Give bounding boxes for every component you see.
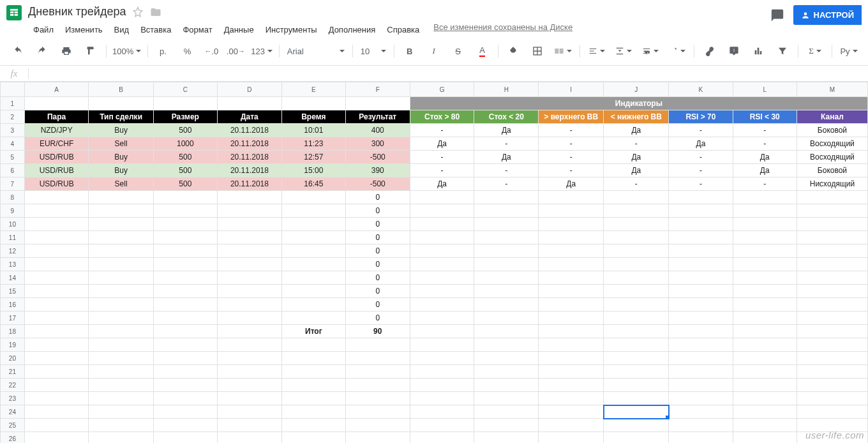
cell-C25[interactable] [153, 419, 217, 432]
cell-K22[interactable] [669, 379, 733, 392]
cell-C19[interactable] [153, 338, 217, 352]
cell-E21[interactable] [281, 365, 345, 379]
cell-F19[interactable] [345, 338, 410, 352]
cell-M20[interactable] [797, 352, 867, 365]
select-all[interactable] [1, 82, 25, 97]
cell-K25[interactable] [669, 419, 733, 432]
cell-D21[interactable] [217, 365, 281, 379]
menu-справка[interactable]: Справка [382, 22, 424, 37]
cell-I20[interactable] [539, 352, 604, 365]
col-A[interactable]: A [24, 82, 89, 97]
comments-icon[interactable] [769, 7, 786, 24]
table-cell[interactable]: NZD/JPY [24, 124, 89, 137]
table-cell[interactable]: Buy [89, 164, 153, 177]
cell-M22[interactable] [797, 379, 867, 392]
cell-C22[interactable] [153, 379, 217, 392]
table-cell[interactable]: -500 [345, 177, 410, 191]
cell-I23[interactable] [539, 392, 604, 405]
formula-input[interactable] [29, 66, 868, 81]
cell-D22[interactable] [217, 379, 281, 392]
cell-J25[interactable] [604, 419, 669, 432]
cell-F22[interactable] [345, 379, 410, 392]
table-cell[interactable]: - [604, 137, 669, 151]
table-cell[interactable]: 10:01 [281, 124, 345, 137]
cell-C24[interactable] [153, 405, 217, 419]
cell-B20[interactable] [89, 352, 153, 365]
row-7[interactable]: 7 [1, 177, 25, 191]
table-cell[interactable]: Да [604, 124, 669, 137]
cell-A19[interactable] [24, 338, 89, 352]
cell-E19[interactable] [281, 338, 345, 352]
cell-G26[interactable] [410, 432, 474, 444]
col-H[interactable]: H [474, 82, 539, 97]
paint-format-button[interactable] [79, 43, 102, 59]
table-cell[interactable]: Да [669, 137, 733, 151]
cell-I22[interactable] [539, 379, 604, 392]
table-cell[interactable]: - [539, 124, 604, 137]
cell-M21[interactable] [797, 365, 867, 379]
cell-K19[interactable] [669, 338, 733, 352]
percent-button[interactable]: % [176, 43, 198, 59]
currency-button[interactable]: р. [151, 43, 174, 59]
table-cell[interactable]: Buy [89, 124, 153, 137]
redo-button[interactable] [31, 43, 54, 59]
col-B[interactable]: B [89, 82, 153, 97]
col-J[interactable]: J [604, 82, 669, 97]
font-select[interactable]: Arial [283, 43, 348, 59]
cell-J23[interactable] [604, 392, 669, 405]
row-11[interactable]: 11 [1, 231, 25, 244]
table-cell[interactable]: 300 [345, 137, 410, 151]
bold-button[interactable]: B [398, 43, 421, 59]
table-cell[interactable]: Sell [89, 137, 153, 151]
table-cell[interactable]: Да [733, 151, 797, 164]
cell-I19[interactable] [539, 338, 604, 352]
row-2[interactable]: 2 [1, 110, 25, 124]
menu-вставка[interactable]: Вставка [135, 22, 176, 37]
row-13[interactable]: 13 [1, 258, 25, 271]
cell-H22[interactable] [474, 379, 539, 392]
table-cell[interactable]: 500 [153, 151, 217, 164]
star-icon[interactable] [132, 6, 144, 18]
col-C[interactable]: C [153, 82, 217, 97]
chart-button[interactable] [747, 43, 770, 59]
row-6[interactable]: 6 [1, 164, 25, 177]
valign-button[interactable] [611, 43, 636, 59]
cell-C26[interactable] [153, 432, 217, 444]
table-cell[interactable]: - [733, 124, 797, 137]
menu-формат[interactable]: Формат [177, 22, 217, 37]
cell-H25[interactable] [474, 419, 539, 432]
cell-E23[interactable] [281, 392, 345, 405]
table-cell[interactable]: 16:45 [281, 177, 345, 191]
table-cell[interactable]: 500 [153, 177, 217, 191]
table-cell[interactable]: - [539, 137, 604, 151]
table-cell[interactable]: Да [733, 164, 797, 177]
cell-F25[interactable] [345, 419, 410, 432]
cell-D25[interactable] [217, 419, 281, 432]
menu-файл[interactable]: Файл [28, 22, 59, 37]
cell-K24[interactable] [669, 405, 733, 419]
zoom-select[interactable]: 100% [110, 43, 144, 59]
cell-D26[interactable] [217, 432, 281, 444]
wrap-button[interactable] [638, 43, 663, 59]
cell-J21[interactable] [604, 365, 669, 379]
table-cell[interactable]: Buy [89, 151, 153, 164]
col-K[interactable]: K [669, 82, 733, 97]
cell-G19[interactable] [410, 338, 474, 352]
cell-H20[interactable] [474, 352, 539, 365]
cell-E26[interactable] [281, 432, 345, 444]
table-cell[interactable]: Да [410, 137, 474, 151]
table-cell[interactable]: 400 [345, 124, 410, 137]
rotate-button[interactable] [664, 43, 690, 59]
cell-F21[interactable] [345, 365, 410, 379]
row-9[interactable]: 9 [1, 204, 25, 218]
cell-F24[interactable] [345, 405, 410, 419]
table-cell[interactable]: - [733, 177, 797, 191]
cell-G20[interactable] [410, 352, 474, 365]
table-cell[interactable]: Боковой [797, 124, 867, 137]
table-cell[interactable]: 20.11.2018 [217, 164, 281, 177]
table-cell[interactable]: - [474, 177, 539, 191]
cell-H23[interactable] [474, 392, 539, 405]
halign-button[interactable] [584, 43, 610, 59]
italic-button[interactable]: I [423, 43, 445, 59]
cell-B25[interactable] [89, 419, 153, 432]
